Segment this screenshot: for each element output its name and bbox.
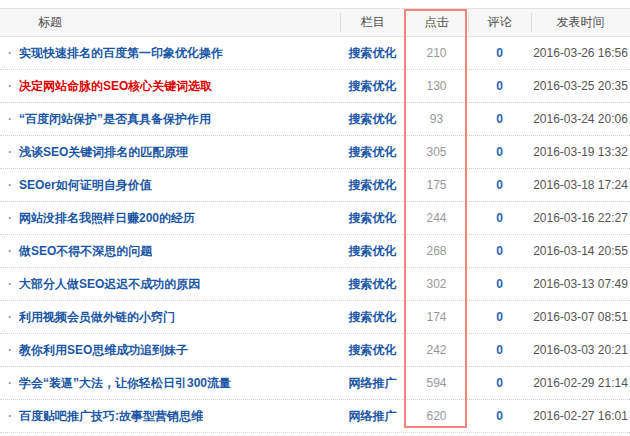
publish-time: 2016-02-27 16:01 <box>533 409 628 423</box>
bullet-icon: · <box>8 376 12 390</box>
header-title: 标题 <box>0 9 340 36</box>
article-title-link[interactable]: 网站没排名我照样日赚200的经历 <box>19 210 195 227</box>
table-row: · 学会“装逼”大法，让你轻松日引300流量 网络推广 594 0 2016-0… <box>0 367 630 400</box>
bullet-icon: · <box>8 145 12 159</box>
table-row: · 网站没排名我照样日赚200的经历 搜索优化 244 0 2016-03-16… <box>0 202 630 235</box>
click-count: 302 <box>426 277 446 291</box>
article-title-link[interactable]: 百度贴吧推广技巧:故事型营销思维 <box>19 408 203 425</box>
publish-time: 2016-03-03 20:21 <box>533 343 628 357</box>
table-row: · 浅谈SEO关键词排名的匹配原理 搜索优化 305 0 2016-03-19 … <box>0 136 630 169</box>
click-count: 620 <box>426 409 446 423</box>
title-cell: · 实现快速排名的百度第一印象优化操作 <box>0 37 340 69</box>
category-cell: 搜索优化 <box>340 169 405 201</box>
category-cell: 网络推广 <box>340 400 405 432</box>
article-title-link[interactable]: 利用视频会员做外链的小窍门 <box>19 309 175 326</box>
header-category: 栏目 <box>340 9 405 36</box>
category-link[interactable]: 搜索优化 <box>349 144 397 161</box>
clicks-cell: 174 <box>405 301 468 333</box>
category-link[interactable]: 搜索优化 <box>349 342 397 359</box>
title-cell: · 网站没排名我照样日赚200的经历 <box>0 202 340 234</box>
time-cell: 2016-02-27 16:01 <box>531 400 630 432</box>
category-cell: 搜索优化 <box>340 136 405 168</box>
clicks-cell: 130 <box>405 70 468 102</box>
article-title-link[interactable]: “百度闭站保护”是否真具备保护作用 <box>19 111 211 128</box>
publish-time: 2016-03-24 20:06 <box>533 112 628 126</box>
clicks-cell: 175 <box>405 169 468 201</box>
comment-count: 0 <box>496 409 503 423</box>
publish-time: 2016-03-25 20:35 <box>533 79 628 93</box>
table-body: · 实现快速排名的百度第一印象优化操作 搜索优化 210 0 2016-03-2… <box>0 37 630 433</box>
title-cell: · 学会“装逼”大法，让你轻松日引300流量 <box>0 367 340 399</box>
time-cell: 2016-03-18 17:24 <box>531 169 630 201</box>
title-cell: · 决定网站命脉的SEO核心关键词选取 <box>0 70 340 102</box>
publish-time: 2016-03-18 17:24 <box>533 178 628 192</box>
title-cell: · 百度贴吧推广技巧:故事型营销思维 <box>0 400 340 432</box>
time-cell: 2016-03-13 07:49 <box>531 268 630 300</box>
article-title-link[interactable]: SEOer如何证明自身价值 <box>19 177 152 194</box>
comments-cell: 0 <box>468 400 531 432</box>
time-cell: 2016-03-26 16:56 <box>531 37 630 69</box>
comment-count: 0 <box>496 277 503 291</box>
table-row: · 利用视频会员做外链的小窍门 搜索优化 174 0 2016-03-07 08… <box>0 301 630 334</box>
comments-cell: 0 <box>468 169 531 201</box>
clicks-cell: 302 <box>405 268 468 300</box>
category-link[interactable]: 搜索优化 <box>349 243 397 260</box>
category-link[interactable]: 网络推广 <box>349 375 397 392</box>
category-link[interactable]: 搜索优化 <box>349 78 397 95</box>
article-title-link[interactable]: 决定网站命脉的SEO核心关键词选取 <box>19 78 212 95</box>
category-link[interactable]: 搜索优化 <box>349 276 397 293</box>
clicks-cell: 268 <box>405 235 468 267</box>
table-row: · SEOer如何证明自身价值 搜索优化 175 0 2016-03-18 17… <box>0 169 630 202</box>
title-cell: · 利用视频会员做外链的小窍门 <box>0 301 340 333</box>
table-row: · 做SEO不得不深思的问题 搜索优化 268 0 2016-03-14 20:… <box>0 235 630 268</box>
bullet-icon: · <box>8 277 12 291</box>
comments-cell: 0 <box>468 202 531 234</box>
category-cell: 搜索优化 <box>340 37 405 69</box>
time-cell: 2016-03-07 08:51 <box>531 301 630 333</box>
click-count: 175 <box>426 178 446 192</box>
category-cell: 搜索优化 <box>340 202 405 234</box>
table-row: · 大部分人做SEO迟迟不成功的原因 搜索优化 302 0 2016-03-13… <box>0 268 630 301</box>
comments-cell: 0 <box>468 334 531 366</box>
category-link[interactable]: 搜索优化 <box>349 111 397 128</box>
header-clicks-label: 点击 <box>425 14 449 31</box>
category-cell: 搜索优化 <box>340 70 405 102</box>
comment-count: 0 <box>496 211 503 225</box>
category-link[interactable]: 搜索优化 <box>349 45 397 62</box>
clicks-cell: 242 <box>405 334 468 366</box>
table-row: · 实现快速排名的百度第一印象优化操作 搜索优化 210 0 2016-03-2… <box>0 37 630 70</box>
category-link[interactable]: 搜索优化 <box>349 309 397 326</box>
comment-count: 0 <box>496 244 503 258</box>
article-title-link[interactable]: 学会“装逼”大法，让你轻松日引300流量 <box>19 375 231 392</box>
article-title-link[interactable]: 实现快速排名的百度第一印象优化操作 <box>19 45 223 62</box>
click-count: 242 <box>426 343 446 357</box>
category-cell: 搜索优化 <box>340 103 405 135</box>
article-title-link[interactable]: 大部分人做SEO迟迟不成功的原因 <box>19 276 200 293</box>
comment-count: 0 <box>496 79 503 93</box>
category-link[interactable]: 搜索优化 <box>349 177 397 194</box>
publish-time: 2016-02-29 21:14 <box>533 376 628 390</box>
comment-count: 0 <box>496 343 503 357</box>
comments-cell: 0 <box>468 367 531 399</box>
category-link[interactable]: 网络推广 <box>349 408 397 425</box>
article-list-table: 标题 栏目 点击 评论 发表时间 · 实现快速排名的百度第一印象优化操作 搜索优… <box>0 8 630 433</box>
article-title-link[interactable]: 做SEO不得不深思的问题 <box>19 243 152 260</box>
article-title-link[interactable]: 浅谈SEO关键词排名的匹配原理 <box>19 144 188 161</box>
clicks-cell: 305 <box>405 136 468 168</box>
category-link[interactable]: 搜索优化 <box>349 210 397 227</box>
publish-time: 2016-03-13 07:49 <box>533 277 628 291</box>
article-title-link[interactable]: 教你利用SEO思维成功追到妹子 <box>19 342 188 359</box>
bullet-icon: · <box>8 79 12 93</box>
header-time: 发表时间 <box>531 9 630 36</box>
table-row: · 决定网站命脉的SEO核心关键词选取 搜索优化 130 0 2016-03-2… <box>0 70 630 103</box>
category-cell: 搜索优化 <box>340 334 405 366</box>
time-cell: 2016-03-03 20:21 <box>531 334 630 366</box>
table-row: · 百度贴吧推广技巧:故事型营销思维 网络推广 620 0 2016-02-27… <box>0 400 630 433</box>
comments-cell: 0 <box>468 301 531 333</box>
time-cell: 2016-03-25 20:35 <box>531 70 630 102</box>
header-comments: 评论 <box>468 9 531 36</box>
click-count: 93 <box>430 112 443 126</box>
comments-cell: 0 <box>468 103 531 135</box>
table-row: · 教你利用SEO思维成功追到妹子 搜索优化 242 0 2016-03-03 … <box>0 334 630 367</box>
time-cell: 2016-03-24 20:06 <box>531 103 630 135</box>
